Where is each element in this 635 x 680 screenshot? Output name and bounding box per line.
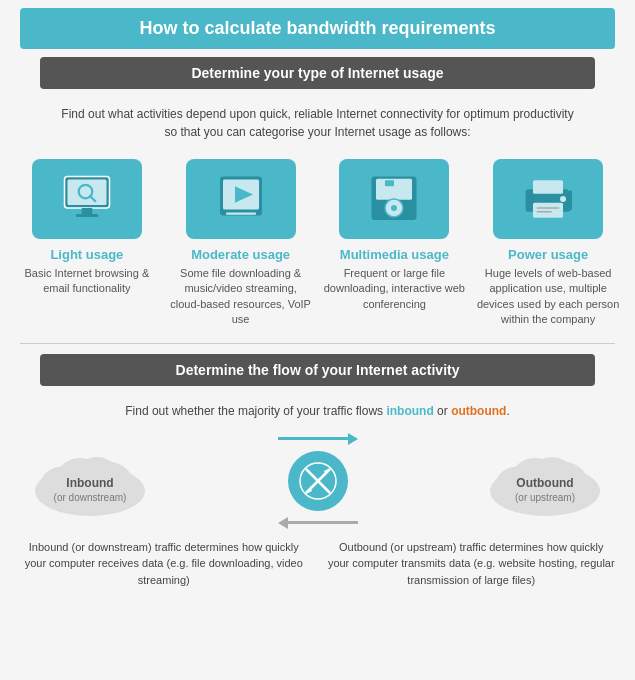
section1-description: Find out what activities depend upon qui… (0, 97, 635, 149)
svg-text:(or downstream): (or downstream) (54, 492, 127, 503)
svg-text:Outbound: Outbound (516, 476, 573, 490)
inbound-cloud: Inbound (or downstream) (25, 441, 155, 521)
usage-row: Light usage Basic Internet browsing & em… (0, 149, 635, 333)
svg-rect-1 (67, 180, 106, 206)
svg-rect-19 (537, 211, 552, 213)
svg-rect-8 (226, 213, 256, 215)
svg-rect-3 (76, 214, 99, 217)
svg-rect-2 (82, 208, 93, 214)
svg-rect-22 (568, 180, 574, 191)
usage-item-multimedia: Multimedia usage Frequent or large file … (318, 159, 472, 328)
bottom-text-inbound: Inbound (or downstream) traffic determin… (20, 539, 308, 589)
section2-header: Determine the flow of your Internet acti… (40, 354, 595, 386)
desc-line2: so that you can categorise your Internet… (164, 125, 470, 139)
svg-rect-18 (537, 207, 560, 209)
section1-header: Determine your type of Internet usage (40, 57, 595, 89)
flow-inbound-word: inbound (386, 404, 433, 418)
flow-description: Find out whether the majority of your tr… (0, 394, 635, 428)
multimedia-usage-desc: Frequent or large file downloading, inte… (323, 266, 467, 312)
svg-rect-16 (533, 180, 563, 194)
flow-text-pre: Find out whether the majority of your tr… (125, 404, 386, 418)
network-diagram: Inbound (or downstream) (0, 428, 635, 534)
bottom-text-row: Inbound (or downstream) traffic determin… (0, 534, 635, 599)
light-usage-desc: Basic Internet browsing & email function… (15, 266, 159, 297)
usage-item-power: Power usage Huge levels of web-based app… (471, 159, 625, 328)
svg-point-14 (391, 205, 397, 211)
svg-text:Inbound: Inbound (66, 476, 113, 490)
light-usage-icon-box (32, 159, 142, 239)
light-usage-title: Light usage (15, 247, 159, 262)
svg-rect-12 (385, 180, 394, 186)
section2-header-label: Determine the flow of your Internet acti… (176, 362, 460, 378)
power-usage-icon-box (493, 159, 603, 239)
disk-icon (364, 169, 424, 229)
section1-header-label: Determine your type of Internet usage (191, 65, 443, 81)
section-divider (20, 343, 615, 344)
outbound-cloud-box: Outbound (or upstream) (475, 441, 615, 521)
router-icon (288, 451, 348, 511)
bottom-text-outbound: Outbound (or upstream) traffic determine… (328, 539, 616, 589)
multimedia-usage-title: Multimedia usage (323, 247, 467, 262)
multimedia-usage-icon-box (339, 159, 449, 239)
outbound-cloud: Outbound (or upstream) (480, 441, 610, 521)
title-bar: How to calculate bandwidth requirements (20, 8, 615, 49)
desc-line1: Find out what activities depend upon qui… (61, 107, 573, 121)
monitor-icon (57, 169, 117, 229)
power-usage-desc: Huge levels of web-based application use… (476, 266, 620, 328)
moderate-usage-icon-box (186, 159, 296, 239)
page-title: How to calculate bandwidth requirements (40, 18, 595, 39)
flow-or: or (434, 404, 451, 418)
svg-point-20 (560, 196, 566, 202)
router-svg (298, 461, 338, 501)
flow-text-post: . (506, 404, 509, 418)
inbound-cloud-box: Inbound (or downstream) (20, 441, 160, 521)
moderate-usage-title: Moderate usage (169, 247, 313, 262)
printer-icon (518, 169, 578, 229)
flow-outbound-word: outbound (451, 404, 506, 418)
power-usage-title: Power usage (476, 247, 620, 262)
svg-rect-21 (569, 188, 572, 211)
book-icon (211, 169, 271, 229)
svg-rect-17 (533, 203, 563, 218)
moderate-usage-desc: Some file downloading & music/video stre… (169, 266, 313, 328)
usage-item-light: Light usage Basic Internet browsing & em… (10, 159, 164, 328)
svg-text:(or upstream): (or upstream) (515, 492, 575, 503)
usage-item-moderate: Moderate usage Some file downloading & m… (164, 159, 318, 328)
